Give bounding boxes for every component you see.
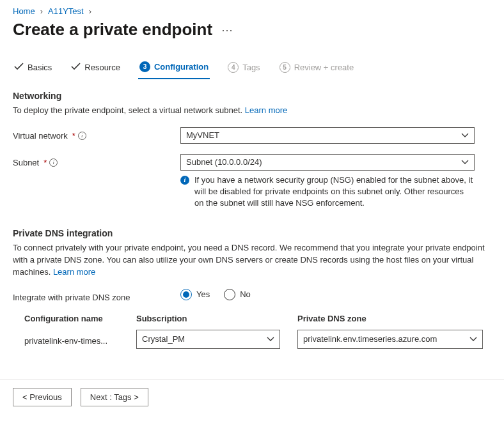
info-icon: i [180, 176, 189, 185]
step-number-badge: 3 [139, 61, 150, 72]
integrate-yes-radio[interactable]: Yes [180, 289, 210, 300]
step-configuration[interactable]: 3 Configuration [138, 58, 210, 79]
step-resource[interactable]: Resource [70, 59, 122, 78]
more-actions-button[interactable]: ⋯ [221, 23, 233, 37]
col-subscription: Subscription [136, 314, 290, 323]
subnet-select[interactable]: Subnet (10.0.0.0/24) [180, 154, 475, 171]
step-tags: 4 Tags [226, 58, 261, 79]
step-number-badge: 5 [280, 62, 290, 73]
chevron-down-icon [267, 334, 274, 344]
info-icon[interactable]: i [49, 158, 58, 167]
dns-config-table: Configuration name Subscription Private … [13, 314, 491, 349]
chevron-down-icon [461, 157, 469, 167]
step-number-badge: 4 [228, 62, 239, 73]
col-config-name: Configuration name [24, 314, 136, 323]
subnet-label: Subnet* i [13, 154, 180, 167]
step-basics[interactable]: Basics [13, 59, 53, 78]
dns-desc: To connect privately with your private e… [13, 242, 491, 279]
page-title: Create a private endpoint [13, 20, 212, 40]
integrate-label: Integrate with private DNS zone [13, 289, 180, 302]
networking-desc: To deploy the private endpoint, select a… [13, 105, 491, 117]
step-review: 5 Review + create [278, 58, 356, 79]
info-icon[interactable]: i [78, 132, 86, 140]
chevron-down-icon [461, 130, 469, 140]
dns-config-row: privatelink-env-times... Crystal_PM priv… [24, 330, 491, 349]
dns-heading: Private DNS integration [13, 228, 491, 238]
networking-learn-more-link[interactable]: Learn more [245, 105, 287, 115]
vnet-select[interactable]: MyVNET [180, 127, 475, 144]
dns-zone-select[interactable]: privatelink.env.timeseries.azure.com [297, 330, 483, 349]
check-icon [71, 63, 81, 72]
networking-heading: Networking [13, 91, 491, 101]
vnet-label: Virtual network* i [13, 127, 180, 141]
breadcrumb-home[interactable]: Home [13, 6, 35, 16]
nsg-note: i If you have a network security group (… [180, 174, 475, 210]
dns-learn-more-link[interactable]: Learn more [53, 267, 95, 277]
next-button[interactable]: Next : Tags > [81, 388, 148, 406]
subscription-select[interactable]: Crystal_PM [136, 330, 280, 349]
breadcrumb-project[interactable]: A11YTest [48, 6, 84, 16]
integrate-no-radio[interactable]: No [224, 289, 251, 300]
config-name-value: privatelink-env-times... [24, 332, 136, 346]
chevron-right-icon: › [89, 6, 91, 16]
chevron-down-icon [469, 334, 477, 344]
check-icon [14, 63, 24, 72]
chevron-right-icon: › [40, 6, 43, 16]
breadcrumb: Home › A11YTest › [13, 5, 491, 16]
col-private-dns-zone: Private DNS zone [297, 314, 491, 323]
wizard-steps: Basics Resource 3 Configuration 4 Tags 5… [13, 58, 491, 79]
previous-button[interactable]: < Previous [13, 388, 72, 406]
